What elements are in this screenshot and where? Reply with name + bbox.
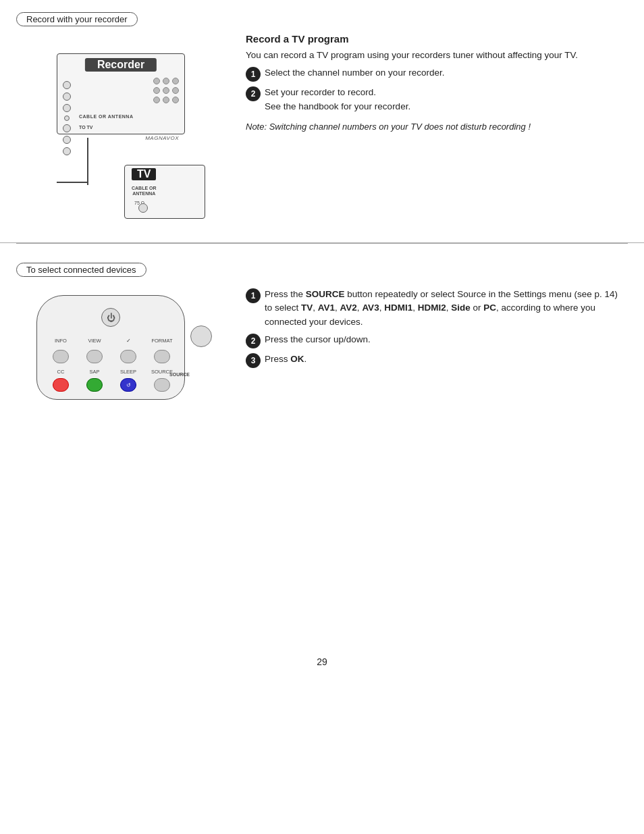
record-instructions-col: Record a TV program You can record a TV …	[225, 33, 628, 229]
remote-body: ⏻ INFO VIEW ✓ FORMAT	[36, 295, 185, 400]
recorder-diagram-col: Recorder	[16, 33, 225, 229]
record-step-1: 1 Select the channel number on your reco…	[246, 66, 628, 82]
key-label-info: INFO	[47, 338, 74, 344]
rec-btn-4	[153, 87, 160, 94]
rec-btn-5	[163, 87, 169, 94]
btn-check	[120, 350, 136, 363]
select-step-2: 2 Press the cursor up/down.	[246, 333, 628, 348]
section-select-devices: To select connected devices ⏻ INFO VIEW …	[0, 251, 644, 439]
rec-port-1	[63, 81, 71, 89]
record-intro: You can record a TV program using your r…	[246, 49, 628, 62]
select-step-1: 1 Press the SOURCE button repeatedly or …	[246, 288, 628, 329]
rec-port-4	[63, 124, 71, 132]
key-label-sleep: SLEEP	[115, 369, 142, 375]
recorder-diagram: Recorder	[16, 40, 212, 229]
record-step-2: 2 Set your recorder to record.See the ha…	[246, 86, 628, 113]
record-heading: Record a TV program	[246, 33, 628, 45]
step-num-1: 1	[246, 67, 261, 82]
rec-btn-1	[153, 78, 160, 84]
select-steps: 1 Press the SOURCE button repeatedly or …	[246, 288, 628, 368]
rec-btn-2	[163, 78, 169, 84]
btn-cc	[53, 378, 69, 392]
step-text-2: Set your recorder to record.See the hand…	[265, 86, 628, 113]
step-text-s1: Press the SOURCE button repeatedly or se…	[265, 288, 628, 329]
rec-btn-7	[153, 97, 160, 103]
rec-btn-9	[172, 97, 179, 103]
key-label-check: ✓	[115, 338, 142, 344]
record-steps: 1 Select the channel number on your reco…	[246, 66, 628, 113]
rec-port-2	[63, 93, 71, 101]
rec-port-small-1	[64, 115, 70, 121]
step-num-s2: 2	[246, 334, 261, 348]
section-record: Record with your recorder Recorder	[0, 0, 644, 243]
record-note: Note: Switching channel numbers on your …	[246, 120, 628, 134]
rec-port-5	[63, 136, 71, 144]
power-icon: ⏻	[107, 313, 115, 323]
remote-power-button: ⏻	[101, 308, 120, 327]
tv-device-box: TV CABLE ORANTENNA 75 Ω	[124, 165, 205, 219]
section-select-label: To select connected devices	[16, 263, 146, 277]
recorder-ports	[63, 81, 71, 155]
section-divider	[16, 243, 628, 244]
recorder-device-box: Recorder	[57, 53, 185, 134]
page-number: 29	[0, 656, 644, 667]
btn-format	[154, 350, 170, 363]
sleep-icon: ↺	[126, 382, 131, 388]
remote-row2-labels: CC SAP SLEEP SOURCE	[44, 369, 179, 375]
key-label-sap: SAP	[81, 369, 108, 375]
select-step-3: 3 Press OK.	[246, 353, 628, 368]
source-button-floating	[190, 325, 212, 347]
rec-btn-8	[163, 97, 169, 103]
btn-view	[86, 350, 103, 363]
section-record-label: Record with your recorder	[16, 12, 138, 26]
tv-port	[138, 203, 148, 213]
btn-sap	[86, 378, 103, 392]
key-label-format: FORMAT	[149, 338, 176, 344]
recorder-cable-label: CABLE OR ANTENNA	[79, 114, 133, 119]
rec-btn-6	[172, 87, 179, 94]
tv-device-label: TV	[132, 168, 156, 180]
recorder-buttons	[153, 78, 179, 103]
source-label-floating: SOURCE	[169, 372, 190, 377]
key-label-cc: CC	[47, 369, 74, 375]
recorder-device-label: Recorder	[85, 58, 157, 72]
tv-cable-label: CABLE ORANTENNA	[132, 186, 157, 197]
step-num-2: 2	[246, 86, 261, 101]
btn-sleep: ↺	[120, 378, 136, 392]
rec-port-3	[63, 104, 71, 112]
step-text-1: Select the channel number on your record…	[265, 66, 628, 80]
btn-source-remote	[154, 378, 170, 392]
remote-row1-btns	[44, 350, 179, 363]
remote-row2-btns: ↺	[44, 378, 179, 392]
btn-info	[53, 350, 69, 363]
step-num-s1: 1	[246, 288, 261, 303]
connector-vertical	[87, 138, 88, 185]
rec-port-6	[63, 147, 71, 155]
remote-row1-labels: INFO VIEW ✓ FORMAT	[44, 338, 179, 344]
step-text-s3: Press OK.	[265, 353, 628, 366]
key-label-view: VIEW	[81, 338, 108, 344]
recorder-totv-label: TO TV	[79, 125, 92, 130]
connector-horizontal	[57, 182, 88, 183]
rec-btn-3	[172, 78, 179, 84]
step-text-s2: Press the cursor up/down.	[265, 333, 628, 346]
remote-diagram-col: ⏻ INFO VIEW ✓ FORMAT	[16, 284, 225, 427]
remote-diagram: ⏻ INFO VIEW ✓ FORMAT	[16, 292, 212, 427]
step-num-s3: 3	[246, 353, 261, 368]
magnavox-label: MAGNAVOX	[145, 135, 179, 141]
select-instructions-col: 1 Press the SOURCE button repeatedly or …	[225, 284, 628, 427]
